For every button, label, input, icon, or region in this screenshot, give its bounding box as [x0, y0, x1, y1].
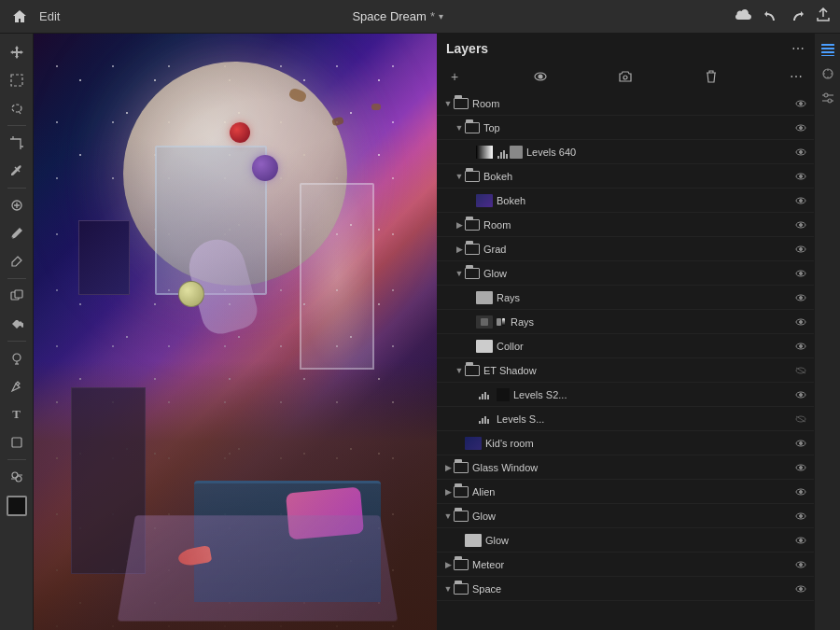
- undo-icon[interactable]: [763, 7, 778, 26]
- eye-icon[interactable]: [793, 533, 808, 548]
- color-swatch[interactable]: [7, 496, 27, 516]
- eye-icon[interactable]: [793, 145, 808, 160]
- expand-et[interactable]: ▼: [454, 365, 465, 376]
- folder-icon: [454, 462, 469, 473]
- title-dropdown-icon[interactable]: ▾: [439, 11, 443, 21]
- eye-icon[interactable]: [793, 436, 808, 451]
- svg-rect-72: [821, 55, 834, 56]
- expand-room[interactable]: ▼: [442, 98, 454, 109]
- svg-point-64: [800, 539, 803, 541]
- move-tool[interactable]: [4, 39, 30, 65]
- expand-space[interactable]: ▼: [442, 583, 454, 595]
- eye-icon[interactable]: [793, 460, 808, 475]
- visibility-btn[interactable]: [530, 66, 551, 87]
- eye-icon[interactable]: [793, 484, 808, 499]
- expand-glow-root[interactable]: ▼: [442, 511, 454, 522]
- fill-tool[interactable]: [4, 311, 30, 337]
- eyedropper-tool[interactable]: [4, 158, 30, 184]
- layer-levels-s[interactable]: Levels S...: [437, 407, 814, 431]
- layer-top[interactable]: ▼ Top: [437, 116, 814, 140]
- svg-point-58: [800, 466, 803, 469]
- edit-menu[interactable]: Edit: [39, 9, 60, 23]
- redo-icon[interactable]: [790, 7, 805, 26]
- eye-icon[interactable]: [793, 96, 808, 111]
- layers-more-icon[interactable]: ⋯: [791, 41, 805, 56]
- expand-alien[interactable]: ▶: [442, 486, 454, 497]
- eye-icon[interactable]: [793, 339, 808, 354]
- effects-tab[interactable]: [818, 63, 838, 84]
- layer-glow-root[interactable]: ▼ Glow: [437, 504, 814, 528]
- eye-icon[interactable]: [793, 120, 808, 135]
- shape-tool[interactable]: [4, 429, 30, 455]
- cloud-icon[interactable]: [735, 8, 752, 25]
- layers-tab[interactable]: [818, 39, 838, 60]
- layer-levels640[interactable]: Levels 640: [437, 140, 814, 164]
- folder-icon: [465, 365, 480, 376]
- svg-point-34: [800, 272, 803, 274]
- layer-glass-window[interactable]: ▶ Glass Window: [437, 455, 814, 480]
- brush-tool[interactable]: [4, 220, 30, 246]
- text-tool[interactable]: T: [4, 401, 30, 427]
- adjustment-tool[interactable]: [4, 464, 30, 490]
- layer-meteor[interactable]: ▶ Meteor: [437, 553, 814, 577]
- eye-icon[interactable]: [793, 193, 808, 208]
- expand-top[interactable]: ▼: [454, 122, 465, 133]
- layer-bokeh-group[interactable]: ▼ Bokeh: [437, 164, 814, 189]
- layer-rays-1[interactable]: Rays: [437, 286, 814, 310]
- lasso-tool[interactable]: [4, 95, 30, 121]
- eye-icon[interactable]: [793, 412, 808, 427]
- eye-icon[interactable]: [793, 363, 808, 378]
- layer-bokeh[interactable]: Bokeh: [437, 189, 814, 213]
- svg-point-66: [800, 563, 803, 566]
- layer-rays-2[interactable]: Rays: [437, 310, 814, 334]
- layer-alien[interactable]: ▶ Alien: [437, 480, 814, 504]
- eye-icon[interactable]: [793, 290, 808, 305]
- folder-icon: [454, 559, 469, 570]
- select-rect-tool[interactable]: [4, 67, 30, 93]
- eye-icon[interactable]: [793, 509, 808, 524]
- eye-icon[interactable]: [793, 266, 808, 281]
- layers-list[interactable]: ▼ Room ▼ Top: [437, 91, 814, 630]
- expand-bokeh[interactable]: ▼: [454, 171, 465, 182]
- layer-room[interactable]: ▼ Room: [437, 91, 814, 116]
- expand-grad[interactable]: ▶: [454, 244, 465, 255]
- heal-tool[interactable]: [4, 192, 30, 218]
- eye-icon[interactable]: [793, 169, 808, 184]
- eye-icon[interactable]: [793, 242, 808, 257]
- folder-icon: [465, 268, 480, 279]
- adjustments-tab[interactable]: [818, 88, 838, 108]
- clone-tool[interactable]: [4, 283, 30, 309]
- eye-icon[interactable]: [793, 387, 808, 402]
- pen-tool[interactable]: [4, 373, 30, 399]
- eye-icon[interactable]: [793, 557, 808, 572]
- layer-room-sub[interactable]: ▶ Room: [437, 213, 814, 237]
- eye-icon[interactable]: [793, 315, 808, 329]
- home-button[interactable]: [9, 7, 30, 27]
- layer-space[interactable]: ▼ Space: [437, 577, 814, 601]
- dodge-burn-tool[interactable]: [4, 345, 30, 371]
- expand-room-sub[interactable]: ▶: [454, 219, 465, 231]
- share-icon[interactable]: [816, 7, 831, 26]
- eraser-tool[interactable]: [4, 248, 30, 274]
- eye-icon[interactable]: [793, 581, 808, 596]
- tool-sep-1: [7, 125, 26, 126]
- delete-layer-btn[interactable]: [701, 66, 721, 87]
- expand-glow[interactable]: ▼: [454, 268, 465, 279]
- layer-et-shadow[interactable]: ▼ ET Shadow: [437, 358, 814, 383]
- layer-collor[interactable]: Collor: [437, 334, 814, 358]
- layer-grad[interactable]: ▶ Grad: [437, 237, 814, 261]
- layers-header: Layers ⋯: [437, 34, 814, 63]
- canvas-area[interactable]: [34, 34, 437, 630]
- eye-icon[interactable]: [793, 217, 808, 232]
- layer-glow-inner[interactable]: Glow: [437, 528, 814, 553]
- layer-levels-s2[interactable]: Levels S2...: [437, 383, 814, 407]
- expand-glass[interactable]: ▶: [442, 462, 454, 473]
- layer-kidsroom[interactable]: Kid's room: [437, 431, 814, 455]
- expand-meteor[interactable]: ▶: [442, 559, 454, 570]
- add-layer-btn[interactable]: +: [444, 66, 465, 87]
- crop-tool[interactable]: [4, 130, 30, 156]
- more-options-btn[interactable]: ⋯: [786, 66, 806, 87]
- svg-point-30: [800, 223, 803, 226]
- layer-glow-group[interactable]: ▼ Glow: [437, 261, 814, 286]
- camera-btn[interactable]: [615, 66, 636, 87]
